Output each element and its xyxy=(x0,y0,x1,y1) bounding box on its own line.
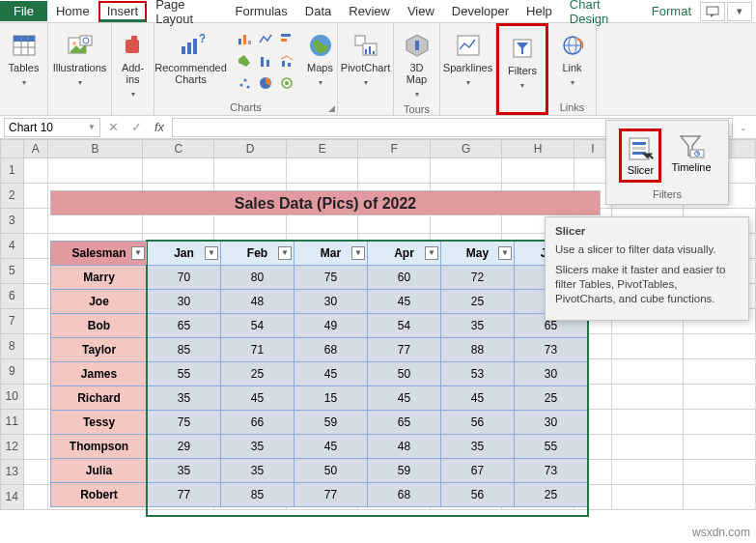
bar-chart-icon[interactable] xyxy=(277,29,296,48)
value-cell[interactable]: 50 xyxy=(368,362,441,386)
cell[interactable] xyxy=(358,158,430,184)
hierarchy-chart-icon[interactable] xyxy=(235,51,254,71)
value-cell[interactable]: 70 xyxy=(148,266,221,290)
cell[interactable] xyxy=(612,485,684,510)
month-header[interactable]: Mar▼ xyxy=(294,242,368,266)
cell[interactable] xyxy=(24,334,48,359)
value-cell[interactable]: 77 xyxy=(368,338,441,362)
sparklines-button[interactable]: Sparklines xyxy=(442,29,494,90)
cell[interactable] xyxy=(502,158,574,184)
table-row[interactable]: Tessy756659655630 xyxy=(51,411,588,435)
row-header[interactable]: 2 xyxy=(0,184,24,209)
filter-arrow-icon[interactable]: ▼ xyxy=(351,246,365,260)
surface-chart-icon[interactable] xyxy=(277,73,296,93)
filter-arrow-icon[interactable]: ▼ xyxy=(205,246,218,260)
value-cell[interactable]: 45 xyxy=(441,386,515,411)
row-header[interactable]: 14 xyxy=(0,485,24,510)
value-cell[interactable]: 35 xyxy=(441,314,515,338)
col-header[interactable]: H xyxy=(502,139,574,158)
tab-home[interactable]: Home xyxy=(47,1,98,21)
value-cell[interactable]: 85 xyxy=(148,338,221,362)
value-cell[interactable]: 50 xyxy=(294,459,368,483)
timeline-button[interactable]: Timeline xyxy=(667,129,714,183)
salesman-cell[interactable]: James xyxy=(51,362,148,386)
cell[interactable] xyxy=(24,485,48,510)
value-cell[interactable]: 49 xyxy=(294,314,368,338)
share-button[interactable]: ▾ xyxy=(727,2,752,21)
filters-button[interactable]: Filters xyxy=(500,32,545,93)
slicer-button[interactable]: Slicer xyxy=(619,129,661,183)
value-cell[interactable]: 29 xyxy=(148,435,221,459)
tab-data[interactable]: Data xyxy=(296,1,340,21)
table-row[interactable]: Richard354515454525 xyxy=(51,386,588,411)
cell[interactable] xyxy=(24,209,48,234)
tab-view[interactable]: View xyxy=(399,1,443,21)
value-cell[interactable]: 67 xyxy=(441,459,515,483)
salesman-cell[interactable]: Joe xyxy=(51,290,148,314)
illustrations-button[interactable]: Illustrations xyxy=(50,29,110,90)
value-cell[interactable]: 56 xyxy=(441,411,515,435)
3dmap-button[interactable]: 3D Map xyxy=(396,29,438,101)
value-cell[interactable]: 45 xyxy=(368,386,441,411)
value-cell[interactable]: 77 xyxy=(148,483,221,507)
cell[interactable] xyxy=(24,435,48,460)
tab-review[interactable]: Review xyxy=(340,1,399,21)
salesman-cell[interactable]: Bob xyxy=(51,314,148,338)
value-cell[interactable]: 54 xyxy=(221,314,294,338)
value-cell[interactable]: 73 xyxy=(515,338,588,362)
cell[interactable] xyxy=(684,359,755,385)
tab-file[interactable]: File xyxy=(0,1,47,21)
value-cell[interactable]: 45 xyxy=(221,386,294,411)
recommended-charts-button[interactable]: ? Recommended Charts xyxy=(150,29,233,87)
cell[interactable] xyxy=(24,259,48,284)
value-cell[interactable]: 88 xyxy=(441,338,515,362)
filter-arrow-icon[interactable]: ▼ xyxy=(425,246,438,260)
charts-launcher[interactable]: ◢ xyxy=(328,103,335,113)
value-cell[interactable]: 75 xyxy=(294,266,368,290)
cell[interactable] xyxy=(214,158,286,184)
month-header[interactable]: Apr▼ xyxy=(368,242,441,266)
row-header[interactable]: 5 xyxy=(0,259,24,284)
value-cell[interactable]: 80 xyxy=(221,266,294,290)
cancel-formula-icon[interactable]: ✕ xyxy=(102,118,124,137)
value-cell[interactable]: 60 xyxy=(368,266,441,290)
row-header[interactable]: 9 xyxy=(0,359,24,385)
table-row[interactable]: Taylor857168778873 xyxy=(51,338,588,362)
salesman-header[interactable]: Salesman▼ xyxy=(51,242,148,266)
pivotchart-button[interactable]: PivotChart xyxy=(340,29,392,90)
value-cell[interactable]: 85 xyxy=(221,483,294,507)
month-header[interactable]: May▼ xyxy=(441,242,515,266)
cell[interactable] xyxy=(24,234,48,259)
col-header[interactable]: F xyxy=(358,139,430,158)
value-cell[interactable]: 35 xyxy=(221,435,294,459)
value-cell[interactable]: 30 xyxy=(515,362,588,386)
table-row[interactable]: Joe304830452537 xyxy=(51,290,588,314)
cell[interactable] xyxy=(287,158,358,184)
value-cell[interactable]: 55 xyxy=(148,362,221,386)
row-header[interactable]: 10 xyxy=(0,385,24,410)
value-cell[interactable]: 15 xyxy=(294,386,368,411)
line-chart-icon[interactable] xyxy=(256,29,275,48)
filter-arrow-icon[interactable]: ▼ xyxy=(278,246,292,260)
tab-developer[interactable]: Developer xyxy=(443,1,518,21)
salesman-cell[interactable]: Richard xyxy=(51,386,148,411)
cell[interactable] xyxy=(684,485,755,510)
value-cell[interactable]: 56 xyxy=(441,483,515,507)
name-box[interactable]: Chart 10▼ xyxy=(4,118,100,137)
table-row[interactable]: James552545505330 xyxy=(51,362,588,386)
select-all-corner[interactable] xyxy=(0,139,24,158)
value-cell[interactable]: 59 xyxy=(368,459,441,483)
cell[interactable] xyxy=(684,435,755,460)
value-cell[interactable]: 55 xyxy=(515,435,588,459)
tables-button[interactable]: Tables xyxy=(2,29,46,90)
col-header[interactable]: G xyxy=(431,139,502,158)
value-cell[interactable]: 54 xyxy=(368,314,441,338)
filter-arrow-icon[interactable]: ▼ xyxy=(498,246,512,260)
value-cell[interactable]: 65 xyxy=(368,411,441,435)
comments-button[interactable] xyxy=(700,2,725,21)
col-header[interactable]: C xyxy=(143,139,214,158)
value-cell[interactable]: 30 xyxy=(515,411,588,435)
cell[interactable] xyxy=(612,410,684,435)
cell[interactable] xyxy=(24,385,48,410)
pie-chart-icon[interactable] xyxy=(256,73,275,93)
